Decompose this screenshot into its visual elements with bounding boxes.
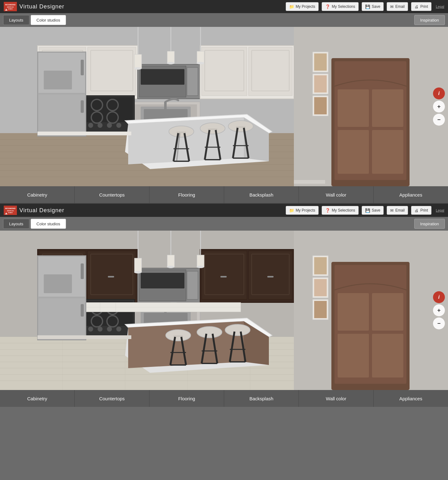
save-btn-2[interactable]: 💾 Save xyxy=(362,206,384,215)
print-btn-2[interactable]: 🖨 Print xyxy=(411,206,431,215)
svg-point-205 xyxy=(134,271,142,273)
legal-link-1[interactable]: Legal xyxy=(436,5,444,8)
my-projects-btn-1[interactable]: 📁 My Projects xyxy=(286,2,319,11)
svg-rect-63 xyxy=(81,60,84,75)
tab-countertops-2[interactable]: Countertops xyxy=(75,390,149,407)
save-icon-2: 💾 xyxy=(365,208,370,213)
my-projects-btn-2[interactable]: 📁 My Projects xyxy=(286,206,319,215)
folder-icon-1: 📁 xyxy=(289,4,294,9)
nav-bar-2: Layouts Color studios Inspiration xyxy=(0,217,448,231)
color-studios-btn-1[interactable]: Color studios xyxy=(31,15,66,25)
save-btn-1[interactable]: 💾 Save xyxy=(362,2,384,11)
tab-flooring-2[interactable]: Flooring xyxy=(149,390,224,407)
svg-rect-179 xyxy=(38,298,85,339)
header-2: RICHMOND AMERICAN HOMES Virtual Designer… xyxy=(0,204,448,217)
svg-point-168 xyxy=(107,327,112,332)
svg-rect-16 xyxy=(88,47,136,96)
svg-point-208 xyxy=(167,266,174,268)
svg-text:RICHMOND: RICHMOND xyxy=(5,4,16,6)
inspiration-btn-1[interactable]: Inspiration xyxy=(414,15,445,25)
header-1: RICHMOND AMERICAN HOMES Virtual Designer… xyxy=(0,0,448,13)
side-controls-1: i + − xyxy=(433,88,445,126)
svg-rect-203 xyxy=(138,231,138,259)
email-btn-2[interactable]: ✉ Email xyxy=(387,206,408,215)
tab-countertops-1[interactable]: Countertops xyxy=(75,186,149,203)
tab-bar-2: Cabinetry Countertops Flooring Backsplas… xyxy=(0,390,448,407)
legal-link-2[interactable]: Legal xyxy=(436,208,444,212)
svg-rect-24 xyxy=(202,47,247,96)
svg-rect-49 xyxy=(164,102,167,111)
svg-point-56 xyxy=(88,123,93,128)
my-selections-btn-1[interactable]: ❓ My Selections xyxy=(322,2,359,11)
print-btn-1[interactable]: 🖨 Print xyxy=(411,2,431,11)
svg-rect-135 xyxy=(267,276,274,278)
svg-rect-182 xyxy=(44,274,72,293)
svg-rect-22 xyxy=(141,69,184,85)
svg-rect-96 xyxy=(197,51,204,63)
svg-rect-99 xyxy=(294,180,325,184)
svg-rect-139 xyxy=(338,293,369,331)
svg-rect-98 xyxy=(38,132,131,135)
question-icon-2: ❓ xyxy=(325,208,330,213)
svg-point-59 xyxy=(116,123,121,128)
my-selections-btn-2[interactable]: ❓ My Selections xyxy=(322,206,359,215)
svg-point-97 xyxy=(197,62,204,64)
info-btn-1[interactable]: i xyxy=(433,88,445,99)
svg-point-169 xyxy=(116,327,121,332)
tab-backsplash-1[interactable]: Backsplash xyxy=(224,186,299,203)
app-title-2: Virtual Designer xyxy=(19,207,64,214)
svg-rect-34 xyxy=(372,130,403,174)
tab-appliances-1[interactable]: Appliances xyxy=(374,186,448,203)
svg-rect-127 xyxy=(187,271,198,299)
print-icon-1: 🖨 xyxy=(415,4,419,9)
tab-wall-color-1[interactable]: Wall color xyxy=(299,186,374,203)
svg-point-91 xyxy=(134,67,142,70)
logo-area-1: RICHMOND AMERICAN HOMES Virtual Designer xyxy=(4,2,64,11)
layouts-btn-2[interactable]: Layouts xyxy=(3,219,29,229)
svg-rect-93 xyxy=(167,51,174,63)
tab-appliances-2[interactable]: Appliances xyxy=(374,390,448,407)
inspiration-btn-2[interactable]: Inspiration xyxy=(414,219,445,229)
svg-rect-144 xyxy=(314,257,327,274)
svg-rect-32 xyxy=(372,89,403,127)
svg-rect-130 xyxy=(202,251,247,299)
info-btn-2[interactable]: i xyxy=(433,291,445,303)
svg-rect-142 xyxy=(372,334,403,378)
email-icon-2: ✉ xyxy=(390,208,394,213)
svg-point-211 xyxy=(197,266,204,268)
zoom-in-btn-2[interactable]: + xyxy=(433,304,445,316)
svg-point-167 xyxy=(98,327,103,332)
svg-rect-210 xyxy=(197,255,204,267)
print-icon-2: 🖨 xyxy=(415,208,419,213)
svg-rect-146 xyxy=(314,279,327,296)
svg-point-94 xyxy=(167,62,174,64)
tab-flooring-1[interactable]: Flooring xyxy=(149,186,224,203)
tab-wall-color-2[interactable]: Wall color xyxy=(299,390,374,407)
tab-cabinetry-2[interactable]: Cabinetry xyxy=(0,390,75,407)
svg-rect-148 xyxy=(314,301,327,318)
color-studios-btn-2[interactable]: Color studios xyxy=(31,219,66,229)
svg-rect-89 xyxy=(138,27,138,55)
richmond-logo-1: RICHMOND AMERICAN HOMES xyxy=(4,2,17,11)
layouts-btn-1[interactable]: Layouts xyxy=(3,15,29,25)
svg-rect-209 xyxy=(200,231,201,256)
kitchen-image-area-1: i + − xyxy=(0,27,448,186)
email-btn-1[interactable]: ✉ Email xyxy=(387,2,408,11)
svg-rect-90 xyxy=(134,54,142,68)
svg-rect-141 xyxy=(338,334,369,378)
zoom-out-btn-1[interactable]: − xyxy=(433,114,445,126)
email-icon-1: ✉ xyxy=(390,4,394,9)
svg-rect-62 xyxy=(38,94,85,136)
svg-rect-71 xyxy=(177,132,186,133)
logo-area-2: RICHMOND AMERICAN HOMES Virtual Designer xyxy=(4,206,64,215)
zoom-out-btn-2[interactable]: − xyxy=(433,318,445,329)
tab-cabinetry-1[interactable]: Cabinetry xyxy=(0,186,75,203)
svg-rect-38 xyxy=(314,75,327,92)
tab-backsplash-2[interactable]: Backsplash xyxy=(224,390,299,407)
svg-rect-207 xyxy=(167,255,174,267)
svg-rect-204 xyxy=(134,258,142,272)
svg-point-193 xyxy=(197,327,222,338)
zoom-in-btn-1[interactable]: + xyxy=(433,101,445,112)
svg-text:HOMES: HOMES xyxy=(8,8,13,10)
svg-rect-124 xyxy=(108,276,114,278)
